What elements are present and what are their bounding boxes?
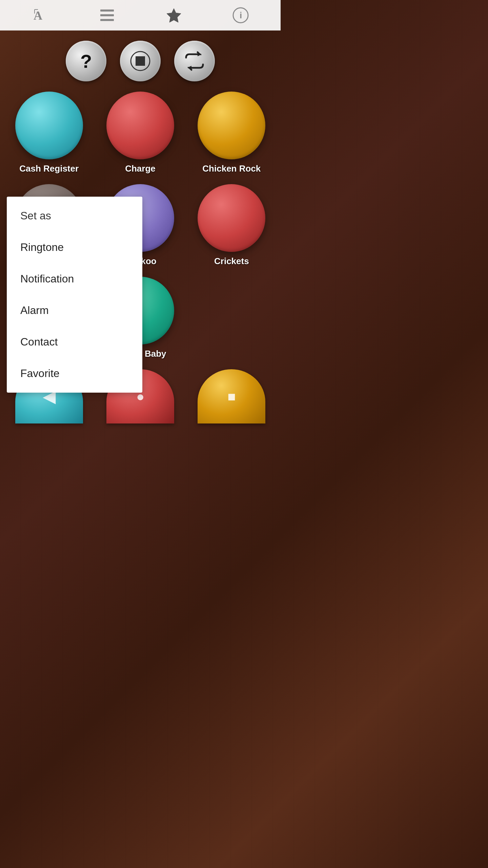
context-menu-favorite[interactable]: Favorite (7, 358, 142, 389)
context-menu-alarm[interactable]: Alarm (7, 295, 142, 326)
context-menu-contact[interactable]: Contact (7, 326, 142, 358)
context-menu-set-as: Set as (7, 200, 142, 232)
context-menu-ringtone[interactable]: Ringtone (7, 232, 142, 263)
context-menu: Set as Ringtone Notification Alarm Conta… (7, 197, 142, 393)
context-menu-notification[interactable]: Notification (7, 263, 142, 295)
context-menu-overlay[interactable]: Set as Ringtone Notification Alarm Conta… (0, 0, 281, 608)
